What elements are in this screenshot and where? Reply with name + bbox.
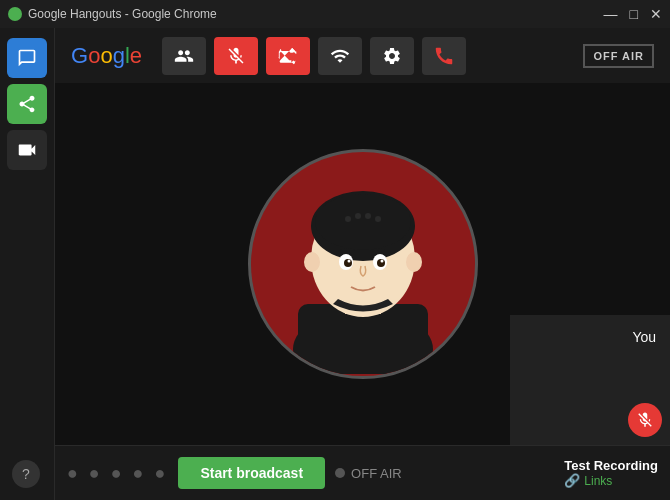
svg-point-6 bbox=[345, 216, 351, 222]
avatar-circle bbox=[248, 149, 478, 379]
links-label: Links bbox=[584, 474, 612, 488]
google-logo: Google bbox=[71, 43, 142, 69]
svg-point-8 bbox=[365, 213, 371, 219]
app-container: ? Google bbox=[0, 28, 670, 500]
svg-point-10 bbox=[304, 252, 320, 272]
video-area: You bbox=[55, 83, 670, 445]
off-air-label: OFF AIR bbox=[351, 466, 402, 481]
off-air-badge: OFF AIR bbox=[583, 44, 654, 68]
svg-point-9 bbox=[375, 216, 381, 222]
dots-indicator: ● ● ● ● ● bbox=[67, 463, 168, 484]
title-bar: Google Hangouts - Google Chrome — □ ✕ bbox=[0, 0, 670, 28]
help-icon: ? bbox=[22, 466, 30, 482]
recording-info: Test Recording 🔗 Links bbox=[564, 458, 658, 488]
share-icon bbox=[17, 94, 37, 114]
people-button[interactable] bbox=[162, 37, 206, 75]
hangup-icon bbox=[433, 45, 455, 67]
camera-off-icon bbox=[278, 46, 298, 66]
video-icon bbox=[16, 139, 38, 161]
self-mic-off-icon bbox=[636, 411, 654, 429]
title-bar-text: Google Hangouts - Google Chrome bbox=[28, 7, 217, 21]
mic-mute-button[interactable] bbox=[214, 37, 258, 75]
title-bar-left: Google Hangouts - Google Chrome bbox=[8, 7, 217, 21]
person-illustration bbox=[263, 154, 463, 374]
bottom-bar: ● ● ● ● ● Start broadcast OFF AIR Test R… bbox=[55, 445, 670, 500]
help-button[interactable]: ? bbox=[12, 460, 40, 488]
camera-mute-button[interactable] bbox=[266, 37, 310, 75]
sidebar-item-chat[interactable] bbox=[7, 38, 47, 78]
off-air-indicator: OFF AIR bbox=[335, 466, 402, 481]
self-view-panel: You bbox=[510, 315, 670, 445]
title-bar-controls: — □ ✕ bbox=[604, 7, 662, 21]
svg-point-5 bbox=[315, 194, 411, 250]
signal-icon bbox=[330, 46, 350, 66]
sidebar-item-video[interactable] bbox=[7, 130, 47, 170]
svg-point-7 bbox=[355, 213, 361, 219]
start-broadcast-button[interactable]: Start broadcast bbox=[178, 457, 325, 489]
settings-icon bbox=[382, 46, 402, 66]
svg-point-17 bbox=[380, 260, 383, 263]
svg-point-16 bbox=[347, 260, 350, 263]
off-air-dot bbox=[335, 468, 345, 478]
recording-links[interactable]: 🔗 Links bbox=[564, 473, 658, 488]
sidebar: ? bbox=[0, 28, 55, 500]
settings-button[interactable] bbox=[370, 37, 414, 75]
mic-off-icon bbox=[226, 46, 246, 66]
app-icon bbox=[8, 7, 22, 21]
recording-title: Test Recording bbox=[564, 458, 658, 473]
people-icon bbox=[174, 46, 194, 66]
self-view-label: You bbox=[632, 329, 656, 345]
self-mute-button[interactable] bbox=[628, 403, 662, 437]
sidebar-item-share[interactable] bbox=[7, 84, 47, 124]
main-avatar bbox=[233, 114, 493, 414]
main-content: Google bbox=[55, 28, 670, 500]
close-button[interactable]: ✕ bbox=[650, 7, 662, 21]
minimize-button[interactable]: — bbox=[604, 7, 618, 21]
signal-button[interactable] bbox=[318, 37, 362, 75]
hangup-button[interactable] bbox=[422, 37, 466, 75]
svg-point-11 bbox=[406, 252, 422, 272]
maximize-button[interactable]: □ bbox=[630, 7, 638, 21]
toolbar: Google bbox=[55, 28, 670, 83]
chat-icon bbox=[17, 48, 37, 68]
link-icon: 🔗 bbox=[564, 473, 580, 488]
